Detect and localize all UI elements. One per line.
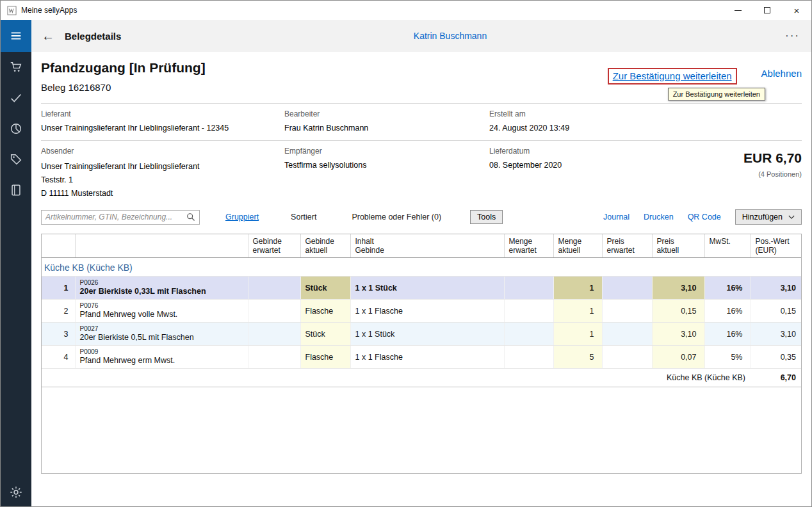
sidebar-item-tasks[interactable] <box>1 83 31 113</box>
menu-button[interactable] <box>1 20 31 52</box>
pos-wert-cell: 3,10 <box>751 277 802 300</box>
info-row-2: Absender Unser Trainingslieferant Ihr Li… <box>41 141 802 207</box>
group-total-row: Küche KB (Küche KB) 6,70 <box>42 369 802 387</box>
gruppiert-toggle[interactable]: Gruppiert <box>225 213 259 221</box>
preis-erwartet-cell <box>602 300 652 323</box>
empfaenger-label: Empfänger <box>284 147 489 156</box>
chevron-down-icon <box>788 215 795 220</box>
article-cell: P002620er Bierkiste 0,33L mit Flaschen <box>75 277 248 300</box>
table-row[interactable]: 3 P002720er Bierkiste 0,5L mit Flaschen … <box>42 323 802 346</box>
info-row-1: Lieferant Unser Trainingslieferant Ihr L… <box>41 104 802 140</box>
back-button[interactable]: ← <box>42 29 60 44</box>
header-gebinde-aktuell: Gebinde aktuell <box>300 234 350 258</box>
forward-link-highlight: Zur Bestätigung weiterleiten <box>608 68 737 84</box>
forward-link[interactable]: Zur Bestätigung weiterleiten <box>613 70 732 81</box>
menge-erwartet-cell <box>504 323 553 346</box>
reject-link[interactable]: Ablehnen <box>761 68 802 79</box>
preis-erwartet-cell <box>602 323 652 346</box>
titlebar: Meine sellyApps × <box>1 1 811 20</box>
gebinde-aktuell-cell[interactable]: Stück <box>300 277 350 300</box>
lieferant-label: Lieferant <box>41 109 284 118</box>
preis-aktuell-cell[interactable]: 0,15 <box>652 300 704 323</box>
table-header-row: Gebinde erwartet Gebinde aktuell Inhalt … <box>42 234 802 258</box>
tools-button[interactable]: Tools <box>470 210 503 224</box>
pos-wert-cell: 0,35 <box>751 346 802 369</box>
maximize-button[interactable] <box>752 1 782 20</box>
mwst-cell: 5% <box>704 346 751 369</box>
sidebar-item-offers[interactable] <box>1 144 31 175</box>
row-number: 4 <box>42 346 75 369</box>
menge-aktuell-cell[interactable]: 1 <box>553 323 602 346</box>
preis-aktuell-cell[interactable]: 3,10 <box>652 323 704 346</box>
search-input[interactable] <box>45 213 186 221</box>
hinzufuegen-label: Hinzufügen <box>742 213 783 221</box>
minimize-button[interactable] <box>723 1 752 20</box>
absender-label: Absender <box>41 147 284 156</box>
menge-aktuell-cell[interactable]: 1 <box>553 300 602 323</box>
document-number: Beleg 16216870 <box>41 82 206 93</box>
menge-aktuell-cell[interactable]: 5 <box>553 346 602 369</box>
header-preis-erwartet: Preis erwartet <box>602 234 652 258</box>
gebinde-erwartet-cell <box>248 323 300 346</box>
page-header: ← Belegdetails Katrin Buschmann ··· <box>31 20 811 52</box>
minimize-icon <box>735 10 742 11</box>
mwst-cell: 16% <box>704 277 751 300</box>
preis-erwartet-cell <box>602 277 652 300</box>
more-menu-button[interactable]: ··· <box>785 29 800 42</box>
total-amount: EUR 6,70 <box>743 150 802 166</box>
lieferdatum-label: Lieferdatum <box>489 147 743 156</box>
sidebar-item-cart[interactable] <box>1 52 31 83</box>
header-menge-erwartet: Menge erwartet <box>504 234 553 258</box>
drucken-link[interactable]: Drucken <box>644 213 674 221</box>
header-inhalt-gebinde: Inhalt Gebinde <box>350 234 504 258</box>
probleme-filter[interactable]: Probleme oder Fehler (0) <box>352 213 441 221</box>
toolbar: Gruppiert Sortiert Probleme oder Fehler … <box>41 209 802 225</box>
sortiert-toggle[interactable]: Sortiert <box>291 213 316 221</box>
group-header[interactable]: Küche KB (Küche KB) <box>42 258 802 277</box>
book-icon <box>9 183 23 197</box>
absender-value: Unser Trainingslieferant Ihr Lieblingsli… <box>41 160 284 200</box>
erstellt-value: 24. August 2020 13:49 <box>489 123 802 133</box>
inhalt-gebinde-cell: 1 x 1 Flasche <box>350 300 504 323</box>
group-total-value: 6,70 <box>751 369 802 387</box>
mwst-cell: 16% <box>704 300 751 323</box>
table-row[interactable]: 4 P0009Pfand Mehrweg erm Mwst. Flasche 1… <box>42 346 802 369</box>
close-button[interactable]: × <box>782 1 811 20</box>
preis-aktuell-cell[interactable]: 3,10 <box>652 277 704 300</box>
table-row[interactable]: 1 P002620er Bierkiste 0,33L mit Flaschen… <box>42 277 802 300</box>
tag-icon <box>9 152 23 166</box>
qr-code-link[interactable]: QR Code <box>688 213 721 221</box>
article-cell: P0009Pfand Mehrweg erm Mwst. <box>75 346 248 369</box>
user-name[interactable]: Katrin Buschmann <box>89 31 811 41</box>
settings-button[interactable] <box>1 477 31 507</box>
row-number: 2 <box>42 300 75 323</box>
row-number: 3 <box>42 323 75 346</box>
tooltip: Zur Bestätigung weiterleiten <box>668 88 765 101</box>
journal-link[interactable]: Journal <box>603 213 629 221</box>
gebinde-aktuell-cell[interactable]: Flasche <box>300 346 350 369</box>
menge-aktuell-cell[interactable]: 1 <box>553 277 602 300</box>
document-title: Pfandzugang [In Prüfung] <box>41 60 206 76</box>
gebinde-erwartet-cell <box>248 277 300 300</box>
inhalt-gebinde-cell: 1 x 1 Flasche <box>350 346 504 369</box>
gebinde-aktuell-cell[interactable]: Flasche <box>300 300 350 323</box>
bearbeiter-label: Bearbeiter <box>284 109 489 118</box>
sidebar-item-catalog[interactable] <box>1 175 31 205</box>
header-menge-aktuell: Menge aktuell <box>553 234 602 258</box>
sidebar-item-reports[interactable] <box>1 113 31 144</box>
gebinde-aktuell-cell[interactable]: Stück <box>300 323 350 346</box>
group-header-row[interactable]: Küche KB (Küche KB) <box>42 258 802 277</box>
check-icon <box>9 91 23 105</box>
row-number: 1 <box>42 277 75 300</box>
hinzufuegen-button[interactable]: Hinzufügen <box>735 209 802 225</box>
cart-icon <box>9 60 23 74</box>
pos-wert-cell: 3,10 <box>751 323 802 346</box>
table-row[interactable]: 2 P0076Pfand Mehrweg volle Mwst. Flasche… <box>42 300 802 323</box>
header-artikel <box>75 234 248 258</box>
menge-erwartet-cell <box>504 277 553 300</box>
erstellt-label: Erstellt am <box>489 109 802 118</box>
search-icon[interactable] <box>186 213 195 221</box>
search-box <box>41 210 200 225</box>
lieferant-value: Unser Trainingslieferant Ihr Lieblingsli… <box>41 123 284 133</box>
preis-aktuell-cell[interactable]: 0,07 <box>652 346 704 369</box>
